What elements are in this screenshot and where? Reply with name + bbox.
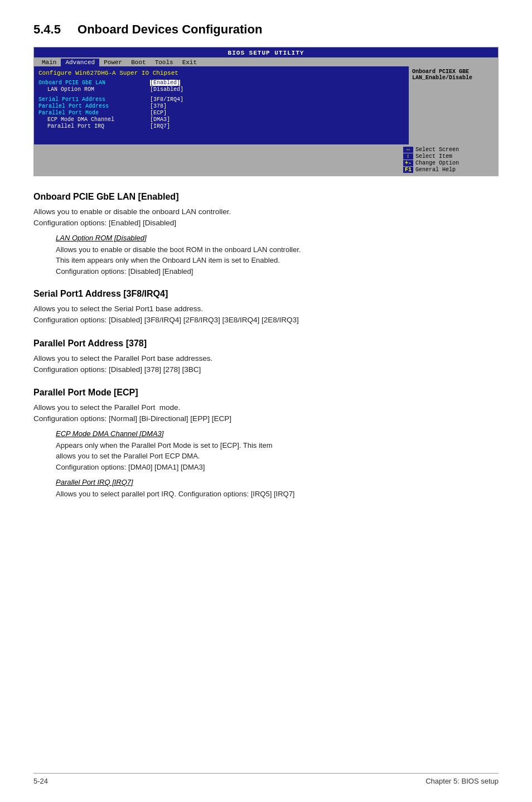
bios-row-onboard-pcie[interactable]: Onboard PCIE GbE LAN [Enabled] — [38, 80, 404, 86]
bios-value-lan-option: [Disabled] — [150, 86, 183, 93]
bios-title-bar: BIOS SETUP UTILITY — [34, 47, 498, 57]
bios-tab-tools[interactable]: Tools — [151, 59, 178, 66]
bios-label-parallel-addr: Parallel Port Address — [38, 103, 150, 109]
sub-title-lan-option: LAN Option ROM [Disabled] — [56, 234, 499, 242]
bios-value-serial-port1: [3F8/IRQ4] — [150, 96, 183, 103]
bios-key-f1: F1 — [403, 167, 413, 173]
bios-help-row-item: ↕ Select Item — [403, 153, 492, 160]
bios-value-parallel-addr: [378] — [150, 103, 167, 109]
bios-label-serial-port1: Serial Port1 Address — [38, 96, 150, 103]
bios-label-parallel-mode: Parallel Port Mode — [38, 110, 150, 116]
body-parallel-addr: Allows you to select the Parallel Port b… — [33, 353, 499, 376]
heading-serial-port1: Serial Port1 Address [3F8/IRQ4] — [33, 289, 499, 299]
section-onboard-pcie: Onboard PCIE GbE LAN [Enabled] Allows yo… — [33, 192, 499, 277]
bios-desc-item: Select Item — [415, 153, 452, 160]
sub-title-parallel-irq: Parallel Port IRQ [IRQ7] — [56, 478, 499, 486]
bios-label-parallel-irq: Parallel Port IRQ — [38, 123, 150, 129]
bios-row-ecp-dma[interactable]: ECP Mode DMA Channel [DMA3] — [38, 117, 404, 123]
bios-row-parallel-irq[interactable]: Parallel Port IRQ [IRQ7] — [38, 123, 404, 129]
bios-sidebar-title: Onboard PCIEX GBELAN_Enable/Disable — [412, 69, 495, 81]
bios-help-row-screen: ↔ Select Screen — [403, 147, 492, 153]
heading-onboard-pcie: Onboard PCIE GbE LAN [Enabled] — [33, 192, 499, 202]
bios-desc-screen: Select Screen — [415, 147, 459, 153]
footer-page-number: 5-24 — [33, 777, 48, 785]
bios-row-lan-option[interactable]: LAN Option ROM [Disabled] — [38, 86, 404, 93]
bios-help-keys: ↔ Select Screen ↕ Select Item +- Change … — [403, 147, 492, 173]
bios-key-plusminus: +- — [403, 160, 413, 166]
body-parallel-mode: Allows you to select the Parallel Port m… — [33, 402, 499, 425]
sub-section-ecp-dma: ECP Mode DMA Channel [DMA3] Appears only… — [56, 429, 499, 473]
section-serial-port1: Serial Port1 Address [3F8/IRQ4] Allows y… — [33, 289, 499, 326]
bios-value-parallel-irq: [IRQ7] — [150, 123, 170, 129]
sub-body-ecp-dma: Appears only when the Parallel Port Mode… — [56, 440, 499, 473]
bios-tab-bar: Main Advanced Power Boot Tools Exit — [34, 57, 498, 66]
footer-chapter: Chapter 5: BIOS setup — [425, 777, 499, 785]
sub-section-lan-option: LAN Option ROM [Disabled] Allows you to … — [56, 234, 499, 277]
bios-help-area: ↔ Select Screen ↕ Select Item +- Change … — [34, 144, 498, 176]
bios-desc-change: Change Option — [415, 160, 459, 166]
sub-body-parallel-irq: Allows you to select parallel port IRQ. … — [56, 489, 499, 500]
bios-row-serial-port1[interactable]: Serial Port1 Address [3F8/IRQ4] — [38, 96, 404, 103]
sub-title-ecp-dma: ECP Mode DMA Channel [DMA3] — [56, 429, 499, 438]
bios-key-arrows: ↔ — [403, 147, 413, 153]
bios-help-row-change: +- Change Option — [403, 160, 492, 166]
page-title: 5.4.5 Onboard Devices Configuration — [33, 22, 499, 37]
body-onboard-pcie: Allows you to enable or disable the onbo… — [33, 206, 499, 229]
bios-tab-power[interactable]: Power — [99, 59, 127, 66]
bios-value-parallel-mode: [ECP] — [150, 110, 167, 116]
bios-desc-help: General Help — [415, 167, 456, 173]
bios-tab-exit[interactable]: Exit — [178, 59, 201, 66]
heading-parallel-mode: Parallel Port Mode [ECP] — [33, 388, 499, 398]
bios-screenshot: BIOS SETUP UTILITY Main Advanced Power B… — [33, 47, 499, 176]
bios-tab-main[interactable]: Main — [37, 59, 61, 66]
heading-parallel-addr: Parallel Port Address [378] — [33, 339, 499, 349]
sub-body-lan-option: Allows you to enable or disable the boot… — [56, 244, 499, 277]
bios-tab-boot[interactable]: Boot — [127, 59, 150, 66]
bios-row-parallel-mode[interactable]: Parallel Port Mode [ECP] — [38, 110, 404, 116]
bios-row-parallel-addr[interactable]: Parallel Port Address [378] — [38, 103, 404, 109]
bios-main-panel: Configure Win627DHG-A Super IO Chipset O… — [34, 66, 409, 144]
page-footer: 5-24 Chapter 5: BIOS setup — [33, 773, 499, 785]
bios-help-row-help: F1 General Help — [403, 167, 492, 173]
bios-content-area: Configure Win627DHG-A Super IO Chipset O… — [34, 66, 498, 144]
sub-section-parallel-irq: Parallel Port IRQ [IRQ7] Allows you to s… — [56, 478, 499, 500]
bios-sidebar-panel: Onboard PCIEX GBELAN_Enable/Disable — [409, 66, 498, 144]
bios-section-title: Configure Win627DHG-A Super IO Chipset — [38, 70, 404, 76]
bios-value-ecp-dma: [DMA3] — [150, 117, 170, 123]
bios-label-ecp-dma: ECP Mode DMA Channel — [38, 117, 150, 123]
body-serial-port1: Allows you to select the Serial Port1 ba… — [33, 303, 499, 326]
bios-value-onboard-pcie: [Enabled] — [150, 80, 180, 86]
bios-label-lan-option: LAN Option ROM — [38, 86, 150, 93]
bios-tab-advanced[interactable]: Advanced — [61, 59, 99, 66]
section-parallel-mode: Parallel Port Mode [ECP] Allows you to s… — [33, 388, 499, 500]
section-parallel-addr: Parallel Port Address [378] Allows you t… — [33, 339, 499, 376]
bios-label-onboard-pcie: Onboard PCIE GbE LAN — [38, 80, 150, 86]
bios-key-updown: ↕ — [403, 153, 413, 160]
